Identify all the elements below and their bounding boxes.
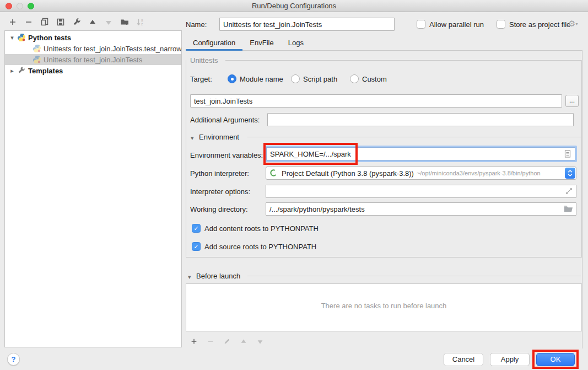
move-task-down-button[interactable] [255,336,265,346]
apply-button[interactable]: Apply [490,353,530,366]
tree-item-jointests-selected[interactable]: Unittests for test_join.JoinTests [5,54,181,65]
tab-logs[interactable]: Logs [281,36,311,50]
run-debug-configurations-dialog: Run/Debug Configurations az ▾ Pyt [0,0,588,370]
working-directory-label: Working directory: [190,205,248,213]
environment-variables-label: Environment variables: [190,151,263,159]
allow-parallel-run-checkbox[interactable] [417,20,425,29]
tree-group-python-tests[interactable]: ▾ Python tests [5,32,181,43]
working-directory-input[interactable] [266,202,576,216]
svg-text:a: a [141,18,143,22]
folder-icon[interactable] [564,205,573,213]
edit-pencil-icon [223,337,231,345]
before-launch-task-list: There are no tasks to run before launch [186,283,582,331]
tree-group-label: Templates [28,67,63,75]
conda-interpreter-icon [269,169,278,178]
gear-with-dropdown-icon[interactable]: ⚙▾ [568,19,578,29]
move-down-icon [104,18,113,26]
interpreter-options-input[interactable] [266,185,576,198]
additional-arguments-input[interactable] [267,113,574,126]
radio-module-name[interactable] [228,74,236,83]
svg-text:z: z [141,22,143,26]
browse-module-button[interactable]: ... [565,95,579,107]
add-source-roots-checkbox[interactable]: ✓ [192,242,201,251]
sort-alphabetically-icon: az [136,18,145,26]
environment-separator [247,137,581,137]
move-up-icon [240,337,247,345]
edit-task-button[interactable] [222,336,232,346]
tree-item-test-narrow[interactable]: Unittests for test_join.JoinTests.test_n… [5,43,181,54]
cancel-button[interactable]: Cancel [444,353,483,366]
expand-field-icon[interactable] [565,187,574,196]
remove-task-button[interactable] [206,336,215,346]
combo-stepper-icon[interactable] [565,168,575,179]
remove-icon [24,18,33,26]
tree-item-label: Unittests for test_join.JoinTests.test_n… [44,45,181,53]
name-input[interactable] [219,18,395,31]
module-name-input[interactable] [190,94,562,108]
chevron-down-icon[interactable]: ▾ [8,34,16,41]
environment-section-title: Environment [199,133,239,141]
move-down-button[interactable] [104,17,114,27]
radio-script-path[interactable] [291,74,300,83]
interpreter-options-label: Interpreter options: [190,187,250,196]
add-configuration-button[interactable] [8,17,18,27]
copy-configuration-button[interactable] [40,17,50,27]
environment-variables-input[interactable] [266,147,575,160]
new-folder-icon [120,18,130,26]
group-title-separator [225,60,581,61]
minimize-window-button [17,3,23,9]
add-task-button[interactable] [189,336,199,346]
check-icon: ✓ [193,243,198,250]
python-tests-icon [33,55,41,64]
python-tests-icon [17,33,26,42]
tab-strip: Configuration EnvFile Logs [186,36,582,51]
check-icon: ✓ [193,225,198,232]
window-title: Run/Debug Configurations [0,0,588,12]
before-launch-collapse-icon[interactable]: ▾ [188,274,191,281]
python-tests-icon [33,44,41,53]
move-task-up-button[interactable] [239,336,249,346]
name-label: Name: [186,20,207,29]
environment-collapse-icon[interactable]: ▾ [191,135,194,142]
wrench-icon [72,18,81,26]
before-launch-toolbar [189,336,265,346]
window-controls [6,3,34,9]
help-button[interactable]: ? [7,353,20,366]
before-launch-separator [247,276,581,276]
radio-custom[interactable] [350,74,359,83]
zoom-window-button[interactable] [28,3,34,9]
interpreter-value: Project Default (Python 3.8 (pyspark-3.8… [282,169,414,178]
add-icon [190,337,198,345]
tree-group-templates[interactable]: ▸ Templates [5,65,181,76]
add-source-roots-label: Add source roots to PYTHONPATH [204,243,316,251]
python-interpreter-combobox[interactable]: Project Default (Python 3.8 (pyspark-3.8… [266,167,576,180]
configurations-toolbar: az [8,17,145,27]
ok-button[interactable]: OK [536,353,575,366]
radio-script-path-label: Script path [303,75,337,83]
radio-custom-label: Custom [362,75,387,83]
env-vars-list-icon[interactable] [563,149,572,158]
chevron-right-icon[interactable]: ▸ [8,67,16,74]
add-content-roots-checkbox[interactable]: ✓ [192,224,201,233]
copy-icon [40,18,49,26]
environment-variables-field [265,146,577,162]
configuration-tab-content: Unittests Target: Module name Script pat… [186,51,582,348]
tab-envfile[interactable]: EnvFile [242,36,280,50]
create-folder-button[interactable] [120,17,130,27]
tab-configuration[interactable]: Configuration [186,36,242,50]
sort-configurations-button[interactable]: az [136,17,145,27]
additional-arguments-label: Additional Arguments: [190,116,260,124]
before-launch-title: Before launch [196,272,240,280]
add-icon [8,18,17,26]
store-as-project-file-checkbox[interactable] [497,20,505,29]
move-up-button[interactable] [88,17,98,27]
remove-icon [207,337,214,345]
save-configuration-button[interactable] [56,17,66,27]
edit-templates-button[interactable] [72,17,82,27]
close-window-button[interactable] [6,3,12,9]
unittests-group-title: Unittests [190,56,218,65]
radio-module-name-label: Module name [240,75,283,83]
move-down-icon [256,337,264,345]
interpreter-path: ~/opt/miniconda3/envs/pyspark-3.8/bin/py… [417,170,541,176]
remove-configuration-button[interactable] [24,17,34,27]
